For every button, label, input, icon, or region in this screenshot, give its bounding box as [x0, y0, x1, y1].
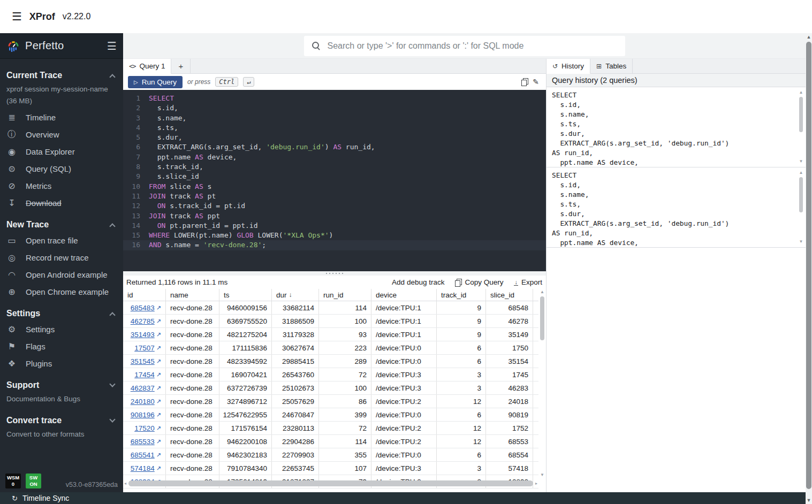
scrollbar-thumb[interactable]: [806, 42, 811, 489]
slice-id-link[interactable]: 240180: [131, 398, 155, 406]
slice-id-link[interactable]: 685533: [131, 438, 155, 446]
sidebar-item-settings[interactable]: ⚙Settings: [0, 320, 123, 338]
open-in-timeline-icon[interactable]: ↗: [156, 398, 161, 405]
tab-history[interactable]: ↺History: [547, 59, 590, 74]
section-header-settings[interactable]: Settings: [0, 306, 123, 320]
hamburger-menu-icon[interactable]: ☰: [12, 10, 22, 23]
slice-id-link[interactable]: 17507: [134, 344, 155, 352]
scroll-down-icon[interactable]: ▼: [540, 472, 544, 478]
cell-run-id: 107: [319, 462, 371, 475]
slice-id-link[interactable]: 17454: [134, 371, 155, 379]
panel-resize-handle[interactable]: [123, 271, 546, 276]
sidebar-item-record-new-trace[interactable]: ◎Record new trace: [0, 249, 123, 266]
table-row: 240180↗recv-done.2832748967122505762986/…: [123, 395, 538, 408]
entry-scrollbar[interactable]: ▲▼: [798, 170, 804, 245]
open-in-timeline-icon[interactable]: ↗: [156, 331, 161, 338]
sidebar-item-overview[interactable]: ⓘOverview: [0, 126, 123, 143]
column-header-run-id[interactable]: run_id: [319, 289, 371, 301]
scroll-down-icon[interactable]: ▼: [807, 497, 811, 504]
timeline-sync-button[interactable]: Timeline Sync: [22, 494, 69, 502]
open-in-timeline-icon[interactable]: ↗: [156, 411, 161, 418]
open-in-timeline-icon[interactable]: ↗: [156, 304, 161, 311]
sidebar-item-open-android-example[interactable]: ◠Open Android example: [0, 266, 123, 283]
search-input[interactable]: [328, 41, 617, 51]
column-header-ts[interactable]: ts: [219, 289, 272, 301]
add-debug-track-button[interactable]: Add debug track: [392, 278, 444, 286]
sidebar-item-flags[interactable]: ⚑Flags: [0, 338, 123, 355]
new-query-tab-button[interactable]: +: [171, 59, 191, 73]
column-header-name[interactable]: name: [166, 289, 219, 301]
column-header-track-id[interactable]: track_id: [437, 289, 486, 301]
slice-id-link[interactable]: 462837: [131, 384, 155, 392]
sidebar-item-timeline[interactable]: ≣Timeline: [0, 109, 123, 126]
sidebar-item-open-trace-file[interactable]: ▭Open trace file: [0, 232, 123, 249]
section-header-support[interactable]: Support: [0, 377, 123, 392]
scroll-down-icon[interactable]: ▼: [799, 158, 803, 165]
slice-id-link[interactable]: 17520: [134, 424, 155, 432]
scroll-up-icon[interactable]: ▲: [807, 33, 811, 41]
entry-scrollbar[interactable]: ▲▼: [798, 89, 804, 165]
slice-id-link[interactable]: 908196: [131, 411, 155, 419]
sidebar-menu-icon[interactable]: ☰: [107, 40, 117, 52]
query-history-entry[interactable]: SELECT s.id, s.name, s.ts, s.dur, EXTRAC…: [547, 87, 806, 167]
sidebar-item-query-sql[interactable]: ⊜Query (SQL): [0, 160, 123, 177]
play-icon: ▷: [134, 79, 138, 85]
open-in-timeline-icon[interactable]: ↗: [156, 371, 161, 378]
scroll-up-icon[interactable]: ▲: [540, 289, 544, 295]
slice-id-link[interactable]: 685483: [131, 304, 155, 312]
open-in-timeline-icon[interactable]: ↗: [156, 358, 161, 365]
scroll-up-icon[interactable]: ▲: [799, 170, 803, 176]
open-in-timeline-icon[interactable]: ↗: [156, 465, 161, 472]
sidebar-item-plugins[interactable]: ❖Plugins: [0, 355, 123, 372]
edit-icon[interactable]: ✎: [533, 78, 539, 86]
scroll-right-icon[interactable]: ▸: [535, 480, 537, 487]
scrollbar-thumb[interactable]: [799, 177, 803, 212]
open-in-timeline-icon[interactable]: ↗: [156, 318, 161, 325]
slice-id-link[interactable]: 351545: [131, 357, 155, 365]
column-header-device[interactable]: device: [371, 289, 437, 301]
open-in-timeline-icon[interactable]: ↗: [156, 385, 161, 392]
sql-editor[interactable]: 1SELECT2 s.id,3 s.name,4 s.ts,5 s.dur,6 …: [123, 90, 546, 271]
tab-tables[interactable]: ⊞Tables: [590, 59, 633, 73]
sidebar-item-open-chrome-example[interactable]: ⊕Open Chrome example: [0, 283, 123, 300]
query-history-entry[interactable]: SELECT s.id, s.name, s.ts, s.dur, EXTRAC…: [547, 167, 806, 248]
scrollbar-thumb[interactable]: [540, 296, 544, 340]
slice-id-link[interactable]: 574184: [131, 464, 155, 472]
omnibox[interactable]: [304, 36, 625, 56]
section-header-new-trace[interactable]: New Trace: [0, 217, 123, 232]
copy-icon[interactable]: [521, 78, 528, 86]
tab-query-1[interactable]: <>Query 1: [123, 59, 171, 74]
cell-run-id: 93: [319, 328, 371, 341]
scroll-up-icon[interactable]: ▲: [799, 89, 803, 96]
section-header-convert-trace[interactable]: Convert trace: [0, 413, 123, 427]
open-in-timeline-icon[interactable]: ↗: [156, 438, 161, 445]
section-header-current-trace[interactable]: Current Trace: [0, 67, 123, 82]
cell-track-id: 3: [437, 381, 486, 394]
table-vertical-scrollbar[interactable]: ▲ ▼: [538, 289, 546, 478]
scroll-down-icon[interactable]: ▼: [799, 239, 803, 245]
slice-id-link[interactable]: 351493: [131, 331, 155, 339]
sidebar-item-download[interactable]: ↧Download: [0, 194, 123, 211]
open-in-timeline-icon[interactable]: ↗: [156, 452, 161, 459]
table-horizontal-scrollbar[interactable]: ◂ ▸: [124, 479, 537, 488]
table-row: 17520↗recv-done.281715761542328011372/de…: [123, 422, 538, 435]
sort-desc-icon[interactable]: ↓: [289, 291, 292, 299]
export-button[interactable]: ↓ Export: [514, 278, 542, 286]
copy-query-button[interactable]: Copy Query: [455, 278, 503, 286]
scrollbar-thumb[interactable]: [799, 97, 803, 132]
scrollbar-thumb[interactable]: [128, 480, 533, 486]
sidebar-item-metrics[interactable]: ⊘Metrics: [0, 177, 123, 194]
slice-id-link[interactable]: 685541: [131, 451, 155, 459]
app-version: v2.22.0: [63, 12, 90, 21]
run-query-button[interactable]: ▷ Run Query: [128, 76, 183, 88]
column-header-dur[interactable]: dur↓: [272, 289, 319, 301]
open-in-timeline-icon[interactable]: ↗: [156, 345, 161, 352]
column-header-id[interactable]: id: [123, 289, 166, 301]
scroll-left-icon[interactable]: ◂: [124, 480, 126, 487]
open-in-timeline-icon[interactable]: ↗: [156, 425, 161, 432]
page-vertical-scrollbar[interactable]: ▲ ▼: [806, 33, 812, 504]
cell-run-id: 223: [319, 341, 371, 354]
sidebar-item-data-explorer[interactable]: ◉Data Explorer: [0, 143, 123, 160]
column-header-slice-id[interactable]: slice_id: [486, 289, 533, 301]
slice-id-link[interactable]: 462785: [131, 317, 155, 325]
